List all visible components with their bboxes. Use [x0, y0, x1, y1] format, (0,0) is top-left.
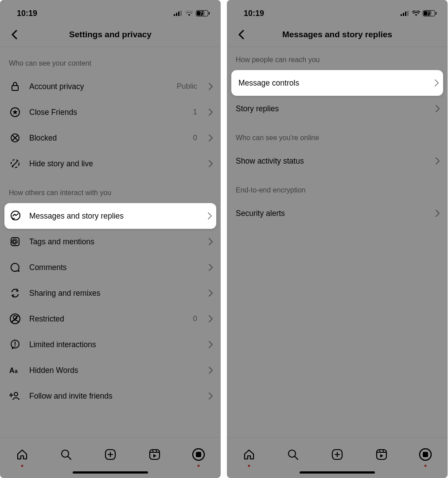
nav-header: Messages and story replies — [227, 22, 448, 47]
row-sharing-remixes[interactable]: Sharing and remixes — [0, 280, 221, 306]
battery-percent: 71 — [423, 11, 435, 16]
row-messages-story-replies[interactable]: Messages and story replies — [4, 203, 216, 229]
status-right: 71 — [401, 10, 435, 16]
svg-rect-2 — [178, 12, 179, 16]
chevron-right-icon — [209, 264, 213, 271]
svg-rect-30 — [150, 450, 160, 459]
back-button[interactable] — [6, 27, 22, 43]
chevron-right-icon — [209, 341, 213, 348]
svg-line-10 — [12, 161, 18, 167]
status-bar: 10:19 71 — [227, 0, 448, 22]
row-follow-invite[interactable]: Follow and invite friends — [0, 383, 221, 409]
search-icon — [287, 448, 299, 461]
row-hidden-words[interactable]: Aa Hidden Words — [0, 357, 221, 383]
tab-home[interactable] — [12, 445, 32, 464]
row-value: 1 — [193, 108, 197, 117]
row-account-privacy[interactable]: Account privacy Public — [0, 74, 221, 99]
plus-square-icon — [331, 448, 343, 461]
svg-rect-45 — [377, 450, 386, 459]
svg-rect-35 — [196, 452, 201, 457]
row-label: Hide story and live — [29, 159, 201, 168]
chevron-right-icon — [209, 392, 213, 400]
row-activity-status[interactable]: Show activity status — [227, 148, 448, 174]
tab-profile[interactable] — [416, 445, 435, 464]
profile-icon — [419, 448, 432, 461]
chevron-right-icon — [209, 367, 213, 374]
tab-reels[interactable] — [145, 445, 164, 464]
status-time: 10:19 — [17, 9, 37, 18]
row-label: Sharing and remixes — [29, 289, 201, 298]
row-close-friends[interactable]: Close Friends 1 — [0, 99, 221, 125]
home-indicator — [73, 471, 148, 474]
row-label: Messages and story replies — [29, 212, 200, 221]
back-button[interactable] — [233, 27, 249, 43]
row-tags-mentions[interactable]: Tags and mentions — [0, 229, 221, 255]
tab-profile[interactable] — [189, 445, 208, 464]
notification-dot — [21, 465, 23, 467]
row-label: Message controls — [237, 78, 427, 88]
messages-content: How people can reach you Message control… — [227, 47, 448, 437]
home-icon — [243, 448, 255, 461]
cellular-icon — [401, 11, 409, 16]
tab-create[interactable] — [327, 445, 347, 464]
nav-header: Settings and privacy — [0, 22, 221, 47]
battery-icon: 71 — [423, 10, 435, 16]
reels-icon — [375, 448, 388, 461]
svg-rect-0 — [174, 14, 175, 16]
row-value: 0 — [193, 314, 197, 323]
page-title: Messages and story replies — [282, 30, 392, 39]
row-limited-interactions[interactable]: Limited interactions — [0, 332, 221, 357]
row-label: Follow and invite friends — [29, 392, 201, 401]
svg-line-26 — [68, 456, 71, 459]
tab-search[interactable] — [283, 445, 303, 464]
row-label: Comments — [29, 263, 201, 272]
notification-dot — [198, 465, 200, 467]
row-message-controls[interactable]: Message controls — [231, 70, 443, 96]
section-header-content-visibility: Who can see your content — [0, 47, 221, 74]
row-story-replies[interactable]: Story replies — [227, 96, 448, 121]
tab-home[interactable] — [239, 445, 259, 464]
row-restricted[interactable]: Restricted 0 — [0, 306, 221, 332]
row-label: Story replies — [236, 104, 428, 114]
svg-rect-3 — [180, 11, 182, 16]
row-blocked[interactable]: Blocked 0 — [0, 125, 221, 151]
row-label: Show activity status — [236, 157, 428, 166]
tab-bar — [227, 437, 448, 478]
chevron-right-icon — [436, 157, 440, 165]
row-label: Security alerts — [236, 209, 428, 218]
row-comments[interactable]: Comments — [0, 255, 221, 280]
row-hide-story[interactable]: Hide story and live — [0, 151, 221, 176]
chevron-right-icon — [209, 315, 213, 322]
tab-reels[interactable] — [372, 445, 391, 464]
home-icon — [16, 448, 28, 461]
svg-rect-4 — [12, 86, 18, 90]
tab-search[interactable] — [56, 445, 76, 464]
messenger-icon — [10, 210, 21, 222]
svg-point-19 — [15, 345, 16, 347]
svg-line-41 — [295, 456, 298, 459]
search-icon — [60, 448, 72, 461]
svg-point-22 — [14, 392, 18, 396]
chevron-right-icon — [209, 83, 213, 90]
svg-rect-38 — [405, 12, 406, 16]
row-label: Account privacy — [29, 82, 169, 91]
wifi-icon — [185, 11, 193, 16]
settings-content: Who can see your content Account privacy… — [0, 47, 221, 437]
tab-create[interactable] — [101, 445, 120, 464]
phone-screen-messages: 10:19 71 Messages and story replies How … — [227, 0, 448, 478]
row-security-alerts[interactable]: Security alerts — [227, 200, 448, 226]
svg-rect-39 — [407, 11, 409, 16]
chevron-right-icon — [435, 79, 439, 86]
mention-icon — [9, 236, 21, 247]
chevron-right-icon — [208, 212, 212, 219]
tab-bar — [0, 437, 221, 478]
notification-dot — [248, 465, 250, 467]
chevron-right-icon — [209, 109, 213, 116]
cellular-icon — [174, 11, 183, 16]
row-label: Tags and mentions — [29, 237, 201, 247]
lock-icon — [9, 81, 21, 92]
battery-icon: 71 — [196, 10, 208, 16]
battery-percent: 71 — [196, 11, 208, 16]
comment-icon — [9, 262, 21, 273]
chevron-right-icon — [209, 290, 213, 297]
